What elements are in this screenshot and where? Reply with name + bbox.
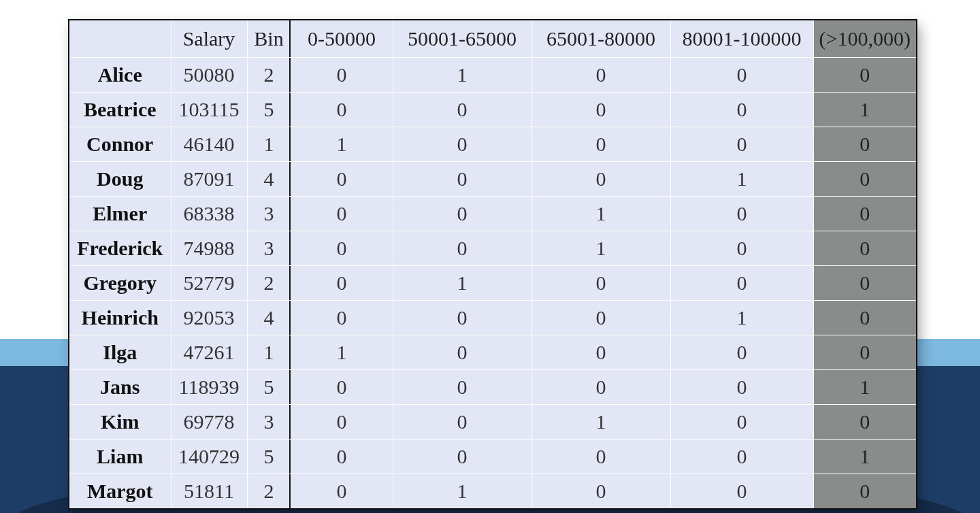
cell-range-2: 1 (393, 266, 532, 301)
cell-name: Elmer (69, 197, 171, 231)
cell-range-1: 1 (291, 335, 393, 370)
cell-name: Ilga (69, 335, 171, 370)
cell-range-2: 0 (393, 197, 532, 231)
cell-range-2: 0 (393, 405, 532, 440)
cell-range-2: 0 (393, 93, 532, 127)
cell-range-3: 1 (532, 231, 670, 266)
cell-range-4: 0 (670, 266, 813, 301)
cell-bin: 4 (247, 162, 291, 197)
cell-range-3: 0 (532, 370, 670, 405)
cell-range-4: 0 (670, 335, 813, 370)
cell-name: Jans (69, 370, 171, 405)
table-row: Jans118939500001 (69, 370, 917, 405)
cell-bin: 3 (247, 231, 291, 266)
cell-name: Heinrich (69, 301, 171, 335)
cell-range-5: 0 (813, 58, 917, 93)
cell-salary: 47261 (171, 335, 247, 370)
cell-name: Margot (69, 474, 171, 510)
cell-range-1: 0 (291, 231, 393, 266)
cell-range-2: 0 (393, 440, 532, 474)
table-row: Frederick74988300100 (69, 231, 917, 266)
cell-range-4: 0 (670, 231, 813, 266)
cell-salary: 103115 (171, 93, 247, 127)
cell-name: Frederick (69, 231, 171, 266)
cell-range-2: 0 (393, 162, 532, 197)
cell-name: Connor (69, 127, 171, 162)
table-row: Ilga47261110000 (69, 335, 917, 370)
cell-salary: 46140 (171, 127, 247, 162)
cell-name: Liam (69, 440, 171, 474)
cell-name: Alice (69, 58, 171, 93)
cell-bin: 2 (247, 474, 291, 510)
cell-range-3: 0 (532, 301, 670, 335)
table-row: Alice50080201000 (69, 58, 917, 93)
cell-salary: 87091 (171, 162, 247, 197)
cell-range-4: 1 (670, 162, 813, 197)
salary-bin-table: Salary Bin 0-50000 50001-65000 65001-800… (68, 19, 916, 510)
cell-range-3: 1 (532, 197, 670, 231)
cell-range-2: 0 (393, 335, 532, 370)
col-range-5: (>100,000) (813, 20, 917, 58)
salary-table: Salary Bin 0-50000 50001-65000 65001-800… (68, 19, 917, 510)
cell-name: Kim (69, 405, 171, 440)
cell-range-5: 0 (813, 231, 917, 266)
cell-range-5: 0 (813, 405, 917, 440)
cell-range-5: 0 (813, 162, 917, 197)
col-range-3: 65001-80000 (532, 20, 670, 58)
table-row: Elmer68338300100 (69, 197, 917, 231)
cell-salary: 74988 (171, 231, 247, 266)
cell-range-1: 1 (291, 127, 393, 162)
cell-salary: 140729 (171, 440, 247, 474)
cell-range-5: 0 (813, 127, 917, 162)
col-range-2: 50001-65000 (393, 20, 532, 58)
cell-range-4: 0 (670, 370, 813, 405)
cell-bin: 4 (247, 301, 291, 335)
cell-salary: 50080 (171, 58, 247, 93)
cell-range-5: 0 (813, 301, 917, 335)
cell-range-3: 0 (532, 58, 670, 93)
cell-range-4: 0 (670, 440, 813, 474)
cell-range-4: 1 (670, 301, 813, 335)
cell-range-1: 0 (291, 162, 393, 197)
col-range-4: 80001-100000 (670, 20, 813, 58)
cell-range-5: 0 (813, 266, 917, 301)
cell-bin: 5 (247, 440, 291, 474)
cell-range-2: 0 (393, 301, 532, 335)
table-row: Margot51811201000 (69, 474, 917, 510)
cell-range-2: 0 (393, 231, 532, 266)
cell-range-1: 0 (291, 440, 393, 474)
cell-bin: 5 (247, 370, 291, 405)
cell-salary: 68338 (171, 197, 247, 231)
cell-salary: 69778 (171, 405, 247, 440)
cell-bin: 2 (247, 266, 291, 301)
cell-salary: 52779 (171, 266, 247, 301)
table-row: Kim69778300100 (69, 405, 917, 440)
cell-range-1: 0 (291, 301, 393, 335)
table-row: Heinrich92053400010 (69, 301, 917, 335)
col-bin: Bin (247, 20, 291, 58)
cell-range-5: 0 (813, 474, 917, 510)
cell-name: Doug (69, 162, 171, 197)
cell-range-5: 0 (813, 197, 917, 231)
cell-salary: 51811 (171, 474, 247, 510)
cell-bin: 3 (247, 197, 291, 231)
cell-range-4: 0 (670, 197, 813, 231)
table-head: Salary Bin 0-50000 50001-65000 65001-800… (69, 20, 917, 58)
cell-range-1: 0 (291, 405, 393, 440)
cell-range-3: 0 (532, 266, 670, 301)
cell-range-2: 1 (393, 474, 532, 510)
cell-salary: 92053 (171, 301, 247, 335)
cell-range-1: 0 (291, 58, 393, 93)
table-row: Connor46140110000 (69, 127, 917, 162)
cell-range-2: 1 (393, 58, 532, 93)
table-row: Gregory52779201000 (69, 266, 917, 301)
table-row: Liam140729500001 (69, 440, 917, 474)
cell-range-4: 0 (670, 405, 813, 440)
cell-bin: 5 (247, 93, 291, 127)
cell-range-4: 0 (670, 127, 813, 162)
cell-range-4: 0 (670, 474, 813, 510)
col-salary: Salary (171, 20, 247, 58)
cell-bin: 1 (247, 335, 291, 370)
cell-bin: 2 (247, 58, 291, 93)
cell-range-3: 0 (532, 127, 670, 162)
